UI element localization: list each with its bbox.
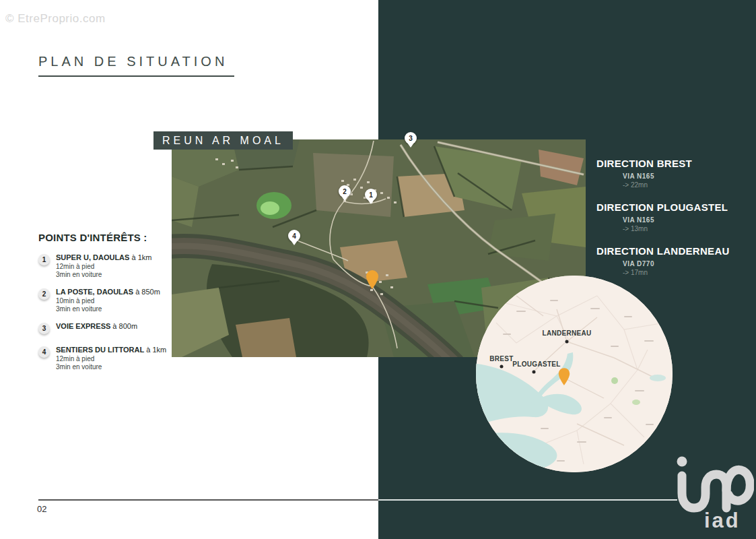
direction-time: -> 22mn (623, 181, 755, 189)
direction-via: VIA N165 (623, 172, 755, 180)
inset-property-pin-icon (557, 367, 572, 389)
inset-city-label: PLOUGASTEL (512, 360, 560, 368)
map-marker-pin: 3 (405, 132, 417, 148)
poi-title: VOIE EXPRESS à 800m (56, 322, 137, 330)
direction-block: DIRECTION LANDERNEAUVIA D770-> 17mn (596, 245, 755, 276)
region-inset-map: LANDERNEAUBRESTPLOUGASTEL (476, 276, 673, 472)
map-marker-tail (407, 143, 414, 148)
poi-number-badge: 2 (38, 288, 50, 300)
map-marker-pin: 4 (288, 230, 300, 245)
inset-city-dot (532, 371, 536, 374)
poi-number-badge: 3 (38, 323, 50, 334)
poi-text: SUPER U, DAOULAS à 1km12min à pied3min e… (56, 253, 151, 279)
poi-text: SENTIERS DU LITTORAL à 1km12min à pied3m… (56, 346, 166, 371)
direction-block: DIRECTION PLOUGASTELVIA N165-> 13mn (596, 201, 755, 232)
direction-title: DIRECTION PLOUGASTEL (596, 201, 755, 213)
poi-detail: 3min en voiture (56, 271, 151, 279)
footer-rule-light (378, 499, 677, 501)
direction-block: DIRECTION BRESTVIA N165-> 22mn (596, 158, 755, 189)
poi-detail: 10min à pied (56, 297, 160, 305)
poi-number-badge: 4 (38, 346, 50, 358)
poi-distance: à 800m (110, 322, 137, 330)
direction-time: -> 17mn (623, 269, 755, 276)
poi-heading: POINTS D'INTÉRÊTS : (38, 232, 183, 243)
poi-item: 4SENTIERS DU LITTORAL à 1km12min à pied3… (38, 346, 183, 371)
inset-city-label: LANDERNEAU (543, 329, 592, 337)
poi-name: SENTIERS DU LITTORAL (56, 346, 144, 354)
map-marker-pin: 2 (339, 185, 351, 201)
poi-distance: à 1km (144, 346, 166, 354)
page-number: 02 (37, 504, 46, 514)
poi-item: 1SUPER U, DAOULAS à 1km12min à pied3min … (38, 253, 183, 279)
inset-city-dot (565, 340, 569, 344)
iad-logo-text: iad (704, 509, 741, 533)
direction-via: VIA N165 (623, 216, 755, 224)
inset-map-image (476, 276, 673, 472)
direction-title: DIRECTION BREST (596, 158, 755, 169)
iad-logo-icon (673, 455, 754, 515)
poi-item: 3VOIE EXPRESS à 800m (38, 322, 183, 334)
page-title: PLAN DE SITUATION (38, 54, 228, 69)
direction-title: DIRECTION LANDERNEAU (596, 245, 755, 257)
title-underline (38, 75, 234, 77)
directions-section: DIRECTION BRESTVIA N165-> 22mnDIRECTION … (596, 158, 755, 289)
poi-item: 2LA POSTE, DAOULAS à 850m10min à pied3mi… (38, 288, 183, 313)
poi-detail: 12min à pied (56, 355, 166, 363)
poi-number-badge: 1 (38, 254, 50, 265)
poi-title: LA POSTE, DAOULAS à 850m (56, 288, 160, 296)
points-of-interest-section: POINTS D'INTÉRÊTS : 1SUPER U, DAOULAS à … (38, 232, 183, 380)
map-marker-tail (341, 196, 348, 201)
poi-text: VOIE EXPRESS à 800m (56, 322, 137, 334)
map-area-label: REUN AR MOAL (153, 131, 293, 150)
map-marker-tail (291, 241, 298, 245)
direction-via: VIA D770 (623, 260, 755, 267)
footer-rule (38, 499, 378, 501)
direction-time: -> 13mn (623, 225, 755, 232)
inset-city-label: BREST (489, 355, 513, 362)
poi-name: SUPER U, DAOULAS (56, 253, 129, 261)
brochure-page: © EtreProprio.com PLAN DE SITUATION POIN… (0, 0, 756, 539)
poi-name: VOIE EXPRESS (56, 322, 110, 330)
poi-detail: 3min en voiture (56, 363, 166, 371)
poi-name: LA POSTE, DAOULAS (56, 288, 133, 296)
inset-city-dot (500, 365, 504, 369)
poi-distance: à 850m (133, 288, 160, 296)
poi-text: LA POSTE, DAOULAS à 850m10min à pied3min… (56, 288, 160, 313)
property-pin-icon (364, 270, 380, 290)
poi-title: SENTIERS DU LITTORAL à 1km (56, 346, 166, 354)
watermark: © EtreProprio.com (5, 12, 106, 26)
poi-list: 1SUPER U, DAOULAS à 1km12min à pied3min … (38, 253, 183, 371)
map-marker-pin: 1 (365, 189, 377, 204)
map-marker-tail (368, 199, 374, 204)
poi-distance: à 1km (129, 253, 151, 261)
poi-title: SUPER U, DAOULAS à 1km (56, 253, 151, 261)
poi-detail: 3min en voiture (56, 305, 160, 313)
poi-detail: 12min à pied (56, 263, 151, 271)
